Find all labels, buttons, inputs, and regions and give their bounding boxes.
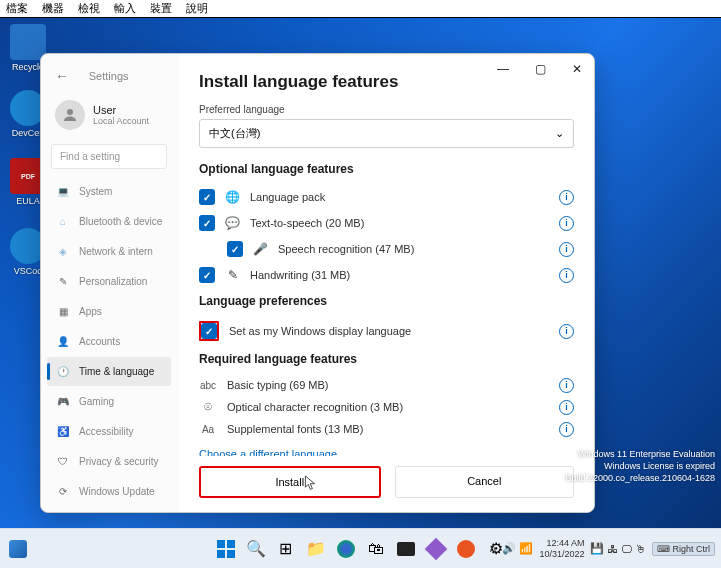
ubuntu-icon[interactable] bbox=[453, 536, 479, 562]
taskbar[interactable]: 🔍 ⊞ 📁 🛍 ⚙ ᐱ 🔊📶 12:44 AM 10/31/2022 💾🖧🖵🖰 … bbox=[0, 528, 721, 568]
choose-different-language-link[interactable]: Choose a different language bbox=[199, 448, 574, 456]
vm-menubar[interactable]: 檔案 機器 檢視 輸入 裝置 說明 bbox=[0, 0, 721, 18]
svg-rect-1 bbox=[217, 540, 225, 548]
cursor-icon bbox=[304, 474, 318, 492]
info-icon[interactable]: i bbox=[559, 216, 574, 231]
feature-tts[interactable]: 💬Text-to-speech (20 MB)i bbox=[199, 210, 574, 236]
back-button[interactable]: ← Settings bbox=[47, 62, 171, 90]
typing-icon: abc bbox=[199, 380, 217, 391]
feature-handwriting[interactable]: ✎Handwriting (31 MB)i bbox=[199, 262, 574, 288]
nav-accounts[interactable]: 👤Accounts bbox=[47, 327, 171, 356]
search-icon[interactable]: 🔍 bbox=[243, 536, 269, 562]
fonts-icon: Aа bbox=[199, 424, 217, 435]
nav-accessibility[interactable]: ♿Accessibility bbox=[47, 417, 171, 446]
minimize-button[interactable]: — bbox=[493, 60, 513, 78]
task-view-icon[interactable]: ⊞ bbox=[273, 536, 299, 562]
taskbar-widgets[interactable] bbox=[4, 535, 32, 563]
info-icon[interactable]: i bbox=[559, 242, 574, 257]
nav-network[interactable]: ◈Network & intern bbox=[47, 237, 171, 266]
install-language-modal: Install language features Preferred lang… bbox=[179, 54, 594, 512]
avatar bbox=[55, 100, 85, 130]
search-input[interactable]: Find a setting bbox=[51, 144, 167, 169]
menu-devices[interactable]: 裝置 bbox=[150, 1, 172, 16]
user-block[interactable]: User Local Account bbox=[47, 90, 171, 144]
checkbox[interactable] bbox=[201, 323, 217, 339]
info-icon[interactable]: i bbox=[559, 422, 574, 437]
svg-rect-2 bbox=[227, 540, 235, 548]
globe-icon: 🌐 bbox=[225, 190, 240, 204]
menu-input[interactable]: 輸入 bbox=[114, 1, 136, 16]
pref-lang-label: Preferred language bbox=[199, 104, 574, 115]
clock[interactable]: 12:44 AM 10/31/2022 bbox=[539, 538, 584, 559]
store-icon[interactable]: 🛍 bbox=[363, 536, 389, 562]
nav-personalization[interactable]: ✎Personalization bbox=[47, 267, 171, 296]
menu-machine[interactable]: 機器 bbox=[42, 1, 64, 16]
menu-view[interactable]: 檢視 bbox=[78, 1, 100, 16]
nav-time-language[interactable]: 🕐Time & language bbox=[47, 357, 171, 386]
nav-gaming[interactable]: 🎮Gaming bbox=[47, 387, 171, 416]
checkbox[interactable] bbox=[199, 267, 215, 283]
nav-privacy[interactable]: 🛡Privacy & security bbox=[47, 447, 171, 476]
start-button[interactable] bbox=[213, 536, 239, 562]
required-features-heading: Required language features bbox=[199, 352, 574, 366]
highlight bbox=[199, 321, 219, 341]
pref-display-language[interactable]: Set as my Windows display languagei bbox=[199, 316, 574, 346]
info-icon[interactable]: i bbox=[559, 268, 574, 283]
chevron-up-icon[interactable]: ᐱ bbox=[490, 544, 496, 554]
user-account: Local Account bbox=[93, 116, 149, 126]
ocr-icon: ⦾ bbox=[199, 401, 217, 413]
settings-window: — ▢ ✕ ← Settings User Local Account Find… bbox=[40, 53, 595, 513]
info-icon[interactable]: i bbox=[559, 378, 574, 393]
vs-icon[interactable] bbox=[423, 536, 449, 562]
checkbox[interactable] bbox=[199, 189, 215, 205]
user-name: User bbox=[93, 104, 149, 116]
svg-rect-3 bbox=[217, 550, 225, 558]
install-button[interactable]: Install bbox=[199, 466, 381, 498]
edge-icon[interactable] bbox=[333, 536, 359, 562]
maximize-button[interactable]: ▢ bbox=[531, 60, 550, 78]
desktop[interactable]: Recycle DevCen PDFEULA VSCod — ▢ ✕ ← Set… bbox=[0, 18, 721, 528]
explorer-icon[interactable]: 📁 bbox=[303, 536, 329, 562]
close-button[interactable]: ✕ bbox=[568, 60, 586, 78]
feature-speech-recognition[interactable]: 🎤Speech recognition (47 MB)i bbox=[199, 236, 574, 262]
terminal-icon[interactable] bbox=[393, 536, 419, 562]
window-controls: — ▢ ✕ bbox=[493, 60, 586, 78]
taskbar-center: 🔍 ⊞ 📁 🛍 ⚙ bbox=[213, 536, 509, 562]
nav-windows-update[interactable]: ⟳Windows Update bbox=[47, 477, 171, 506]
optional-features-heading: Optional language features bbox=[199, 162, 574, 176]
speech-icon: 💬 bbox=[225, 216, 240, 230]
nav-list: 💻System ⌂Bluetooth & device ◈Network & i… bbox=[47, 177, 171, 506]
info-icon[interactable]: i bbox=[559, 190, 574, 205]
settings-sidebar: ← Settings User Local Account Find a set… bbox=[41, 54, 177, 512]
menu-help[interactable]: 說明 bbox=[186, 1, 208, 16]
info-icon[interactable]: i bbox=[559, 400, 574, 415]
pref-lang-select[interactable]: 中文(台灣) ⌄ bbox=[199, 119, 574, 148]
svg-rect-4 bbox=[227, 550, 235, 558]
system-tray[interactable]: 🔊📶 bbox=[502, 542, 533, 555]
chevron-down-icon: ⌄ bbox=[555, 127, 564, 140]
nav-apps[interactable]: ▦Apps bbox=[47, 297, 171, 326]
mic-icon: 🎤 bbox=[253, 242, 268, 256]
info-icon[interactable]: i bbox=[559, 324, 574, 339]
svg-point-0 bbox=[67, 109, 73, 115]
checkbox[interactable] bbox=[227, 241, 243, 257]
feature-language-pack[interactable]: 🌐Language packi bbox=[199, 184, 574, 210]
req-ocr: ⦾Optical character recognition (3 MB)i bbox=[199, 396, 574, 418]
checkbox[interactable] bbox=[199, 215, 215, 231]
cancel-button[interactable]: Cancel bbox=[395, 466, 575, 498]
req-fonts: AаSupplemental fonts (13 MB)i bbox=[199, 418, 574, 440]
nav-system[interactable]: 💻System bbox=[47, 177, 171, 206]
host-key-indicator[interactable]: ⌨Right Ctrl bbox=[652, 542, 715, 556]
language-preferences-heading: Language preferences bbox=[199, 294, 574, 308]
menu-file[interactable]: 檔案 bbox=[6, 1, 28, 16]
taskbar-right: ᐱ 🔊📶 12:44 AM 10/31/2022 💾🖧🖵🖰 ⌨Right Ctr… bbox=[490, 538, 715, 559]
watermark: Windows 11 Enterprise Evaluation Windows… bbox=[565, 448, 715, 484]
pen-icon: ✎ bbox=[225, 268, 240, 282]
req-basic-typing: abcBasic typing (69 MB)i bbox=[199, 374, 574, 396]
nav-bluetooth[interactable]: ⌂Bluetooth & device bbox=[47, 207, 171, 236]
